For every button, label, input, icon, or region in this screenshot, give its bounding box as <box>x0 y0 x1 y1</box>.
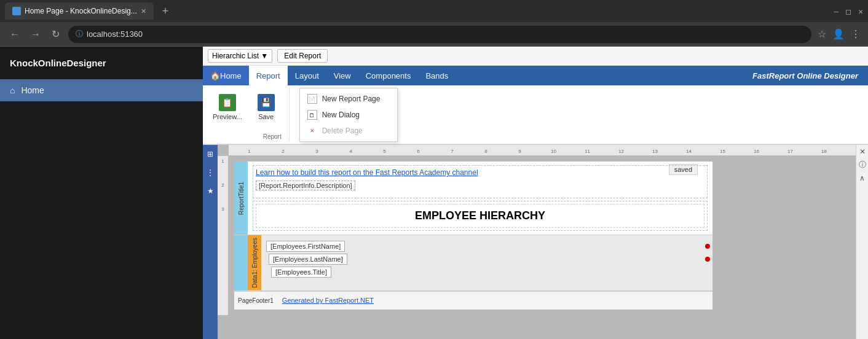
home-menu-icon: 🏠 <box>210 71 220 80</box>
sidebar-item-home[interactable]: ⌂ Home <box>0 79 203 101</box>
lock-icon: ⓘ <box>76 29 83 39</box>
delete-page-label: Delete Page <box>322 127 363 135</box>
layout-menu-label: Layout <box>295 71 319 80</box>
ruler-marks: 1 2 3 4 5 6 7 8 9 10 11 12 13 14 <box>229 149 856 154</box>
field-firstname[interactable]: [Employees.FirstName] <box>266 241 345 252</box>
edit-report-button[interactable]: Edit Report <box>277 49 328 63</box>
tab-title: Home Page - KnockOnlineDesig... <box>25 7 137 15</box>
new-tab-button[interactable]: + <box>159 5 173 18</box>
refresh-button[interactable]: ↻ <box>49 27 62 41</box>
ruler-13: 13 <box>638 149 672 154</box>
panel-star-icon[interactable]: ★ <box>205 184 216 198</box>
menu-item-view[interactable]: View <box>326 66 358 85</box>
footer-link[interactable]: Generated by FastReport.NET <box>282 297 374 304</box>
ruler-5: 5 <box>368 149 401 154</box>
ruler-14: 14 <box>672 149 706 154</box>
close-button[interactable]: ✕ <box>858 7 863 16</box>
new-report-page-label: New Report Page <box>322 95 381 103</box>
preview-label: Preview... <box>213 113 242 120</box>
ruler-4: 4 <box>334 149 368 154</box>
band-data: Data1: Employees [Employees.FirstName] <box>234 235 712 291</box>
band-data-left-strip <box>234 235 248 290</box>
tab-favicon <box>12 7 21 15</box>
sidebar-home-label: Home <box>21 85 44 95</box>
ribbon: 📋 Preview... 💾 Save Report <box>203 85 868 144</box>
report-page[interactable]: saved ReportTitle1 Learn how to build th… <box>234 161 713 310</box>
new-report-page-icon: 📄 <box>307 94 317 104</box>
panel-tree-icon[interactable]: ⋮ <box>204 166 216 179</box>
pages-dropdown: 📄 New Report Page 🗒 New Dialog ✕ Delete … <box>299 88 398 142</box>
panel-grid-icon[interactable]: ⊞ <box>205 147 216 161</box>
new-dialog-icon: 🗒 <box>307 110 317 120</box>
hierarchic-label: Hierarchic List ▼ <box>212 52 268 60</box>
menu-button[interactable]: ⋮ <box>851 28 861 40</box>
menu-item-layout[interactable]: Layout <box>288 66 326 85</box>
report-title-link[interactable]: Learn how to build this report on the Fa… <box>256 168 704 177</box>
save-button[interactable]: 💾 Save <box>251 92 282 123</box>
sidebar: KnockOnlineDesigner ⌂ Home <box>0 47 203 339</box>
save-icon: 💾 <box>258 94 275 111</box>
report-canvas[interactable]: 1 2 3 4 5 6 7 8 9 10 11 12 13 14 <box>218 145 856 339</box>
ruler-9: 9 <box>503 149 537 154</box>
menu-item-report[interactable]: Report <box>249 66 288 85</box>
report-group-label: Report <box>263 133 282 141</box>
ruler-18: 18 <box>807 149 841 154</box>
menu-item-home[interactable]: 🏠 Home <box>203 66 249 85</box>
report-heading: EMPLOYEE HIERARCHY <box>256 204 704 228</box>
field-handle-2 <box>705 257 710 262</box>
field-title[interactable]: [Employees.Title] <box>271 267 331 278</box>
browser-titlebar: Home Page - KnockOnlineDesig... ✕ + — □ … <box>0 0 868 22</box>
menu-item-bands[interactable]: Bands <box>418 66 456 85</box>
address-bar: ← → ↻ ⓘ localhost:51360 ☆ 👤 ⋮ <box>0 22 868 47</box>
ribbon-buttons: 📋 Preview... 💾 Save <box>208 88 282 126</box>
app-title: KnockOnlineDesigner <box>0 47 203 79</box>
browser-tab[interactable]: Home Page - KnockOnlineDesig... ✕ <box>5 2 154 20</box>
band-report-title-content: Learn how to build this report on the Fa… <box>248 162 712 235</box>
ruler-15: 15 <box>706 149 740 154</box>
data-fields: [Employees.FirstName] [Employees.LastNam… <box>266 240 708 278</box>
ruler-7: 7 <box>435 149 469 154</box>
delete-page-item[interactable]: ✕ Delete Page <box>300 123 397 139</box>
url-display: localhost:51360 <box>87 29 143 39</box>
field-lastname[interactable]: [Employees.LastName] <box>269 254 347 265</box>
home-icon: ⌂ <box>10 85 15 95</box>
band-data-inner: Data1: Employees [Employees.FirstName] <box>248 235 712 290</box>
forward-button[interactable]: → <box>28 28 43 41</box>
right-panel-close-btn[interactable]: ✕ <box>858 146 867 157</box>
ruler-left: 1 2 3 <box>218 156 229 315</box>
save-floppy-icon: 💾 <box>258 94 275 111</box>
band-report-title-label: ReportTitle1 <box>234 162 248 235</box>
band-report-title: ReportTitle1 Learn how to build this rep… <box>234 162 712 235</box>
star-button[interactable]: ☆ <box>818 28 826 40</box>
brand-label: FastReport Online Designer <box>743 71 868 80</box>
ruler-17: 17 <box>773 149 807 154</box>
back-button[interactable]: ← <box>7 28 22 41</box>
toolbar-container: Hierarchic List ▼ Edit Report 🏠 Home Rep… <box>203 47 868 145</box>
band-footer-label: PageFooter1 <box>234 292 277 310</box>
maximize-button[interactable]: □ <box>846 7 851 16</box>
ribbon-pages-group: 📄 New Report Page 🗒 New Dialog ✕ Delete … <box>299 88 323 141</box>
account-button[interactable]: 👤 <box>832 28 845 40</box>
new-report-page-item[interactable]: 📄 New Report Page <box>300 91 397 107</box>
menu-item-components[interactable]: Components <box>358 66 419 85</box>
band-data-label: Data1: Employees <box>248 235 261 290</box>
address-actions: ☆ 👤 ⋮ <box>818 28 861 40</box>
minimize-button[interactable]: — <box>834 7 839 16</box>
tab-close-button[interactable]: ✕ <box>141 7 146 15</box>
preview-button[interactable]: 📋 Preview... <box>208 92 247 123</box>
band-footer-content: Generated by FastReport.NET <box>277 292 712 310</box>
left-panel: ⊞ ⋮ ★ <box>203 145 218 339</box>
toolbar-top: Hierarchic List ▼ Edit Report <box>203 47 868 66</box>
ruler-top: 1 2 3 4 5 6 7 8 9 10 11 12 13 14 <box>229 145 856 156</box>
address-input[interactable]: ⓘ localhost:51360 <box>68 26 811 43</box>
right-panel-info-btn[interactable]: ⓘ <box>858 158 867 171</box>
report-area: ⊞ ⋮ ★ 1 2 3 4 5 6 7 8 9 <box>203 145 868 339</box>
hierarchic-dropdown[interactable]: Hierarchic List ▼ <box>208 49 272 63</box>
right-panel-collapse-btn[interactable]: ∧ <box>858 173 866 184</box>
new-dialog-item[interactable]: 🗒 New Dialog <box>300 107 397 123</box>
field-handle-1 <box>705 244 710 249</box>
app-layout: KnockOnlineDesigner ⌂ Home Hierarchic Li… <box>0 47 868 339</box>
preview-book-icon: 📋 <box>219 94 236 111</box>
report-menu-label: Report <box>256 71 280 80</box>
band-data-content: [Employees.FirstName] [Employees.LastNam… <box>261 235 712 290</box>
